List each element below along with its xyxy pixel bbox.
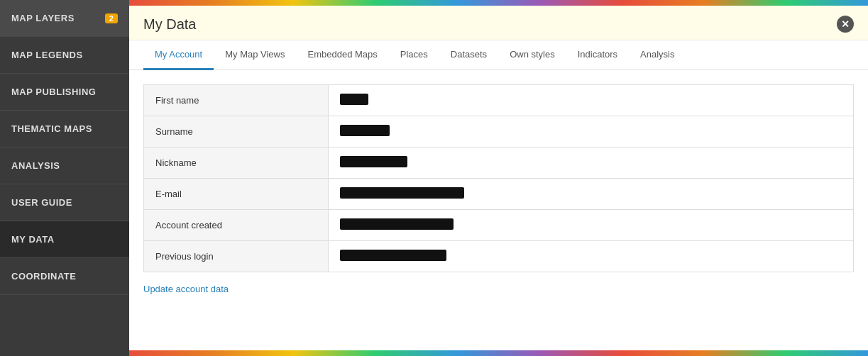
account-form-table: First nameSurnameNicknameE-mailAccount c… <box>143 84 854 272</box>
sidebar-item-analysis[interactable]: ANALYSIS <box>0 148 129 184</box>
tab-datasets[interactable]: Datasets <box>439 40 498 70</box>
sidebar-item-label: THEMATIC MAPS <box>11 123 92 134</box>
field-label-email: E-mail <box>144 179 329 210</box>
field-value-previous-login <box>329 241 854 272</box>
sidebar-item-label: MAP PUBLISHING <box>11 87 96 97</box>
sidebar: MAP LAYERS 2 MAP LEGENDS MAP PUBLISHING … <box>0 0 129 356</box>
tab-indicators[interactable]: Indicators <box>566 40 629 70</box>
tab-analysis[interactable]: Analysis <box>629 40 686 70</box>
table-row: First name <box>144 85 854 116</box>
sidebar-item-user-guide[interactable]: USER GUIDE <box>0 184 129 221</box>
table-row: Surname <box>144 116 854 148</box>
sidebar-item-my-data[interactable]: MY DATA <box>0 221 129 258</box>
close-button[interactable]: ✕ <box>837 16 854 33</box>
field-label-previous-login: Previous login <box>144 241 329 272</box>
table-row: E-mail <box>144 179 854 210</box>
field-value-account-created <box>329 210 854 241</box>
tabs-bar: My Account My Map Views Embedded Maps Pl… <box>129 40 868 70</box>
dialog-header: My Data ✕ <box>129 6 868 40</box>
field-value-first-name <box>329 85 854 116</box>
redacted-value <box>340 218 454 230</box>
tab-embedded-maps[interactable]: Embedded Maps <box>297 40 389 70</box>
main-content: My Data ✕ My Account My Map Views Embedd… <box>129 0 868 356</box>
top-color-strip <box>129 0 868 6</box>
sidebar-item-label: COORDINATE <box>11 271 76 282</box>
sidebar-item-map-layers[interactable]: MAP LAYERS 2 <box>0 0 129 37</box>
sidebar-item-label: MAP LAYERS <box>11 13 75 23</box>
table-row: Previous login <box>144 241 854 272</box>
redacted-value <box>340 94 368 105</box>
update-account-link[interactable]: Update account data <box>143 284 229 294</box>
sidebar-item-thematic-maps[interactable]: THEMATIC MAPS <box>0 111 129 148</box>
tab-content: First nameSurnameNicknameE-mailAccount c… <box>129 70 868 350</box>
tab-my-account[interactable]: My Account <box>143 40 214 70</box>
sidebar-item-label: USER GUIDE <box>11 197 72 208</box>
tab-own-styles[interactable]: Own styles <box>498 40 566 70</box>
redacted-value <box>340 250 446 261</box>
redacted-value <box>340 125 390 136</box>
map-layers-badge: 2 <box>105 13 118 23</box>
redacted-value <box>340 156 407 167</box>
field-label-first-name: First name <box>144 85 329 116</box>
sidebar-item-coordinate[interactable]: COORDINATE <box>0 258 129 295</box>
bottom-color-strip <box>129 350 868 356</box>
sidebar-item-label: ANALYSIS <box>11 160 60 171</box>
field-value-surname <box>329 116 854 148</box>
field-value-email <box>329 179 854 210</box>
table-row: Nickname <box>144 148 854 179</box>
my-data-dialog: My Data ✕ My Account My Map Views Embedd… <box>129 6 868 350</box>
sidebar-item-map-legends[interactable]: MAP LEGENDS <box>0 37 129 74</box>
redacted-value <box>340 187 464 199</box>
sidebar-item-label: MY DATA <box>11 234 55 245</box>
field-label-nickname: Nickname <box>144 148 329 179</box>
sidebar-item-map-publishing[interactable]: MAP PUBLISHING <box>0 74 129 111</box>
field-value-nickname <box>329 148 854 179</box>
table-row: Account created <box>144 210 854 241</box>
field-label-account-created: Account created <box>144 210 329 241</box>
sidebar-item-label: MAP LEGENDS <box>11 50 83 60</box>
field-label-surname: Surname <box>144 116 329 148</box>
dialog-title: My Data <box>143 16 196 33</box>
tab-places[interactable]: Places <box>389 40 439 70</box>
tab-my-map-views[interactable]: My Map Views <box>214 40 296 70</box>
